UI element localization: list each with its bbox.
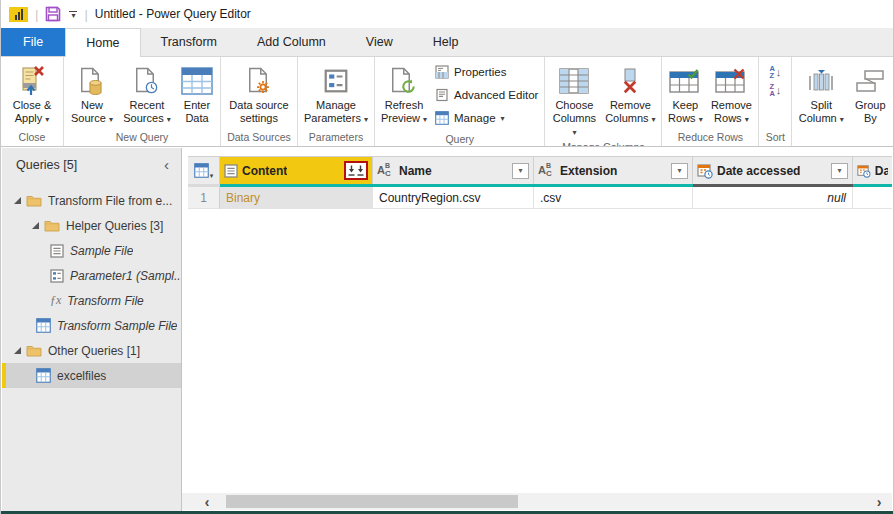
remove-columns-button[interactable]: Remove Columns ▾ [601,59,659,126]
collapse-pane-icon[interactable]: ‹ [164,159,169,171]
tree-item-other-queries[interactable]: Other Queries [1] [2,338,181,363]
close-and-apply-icon [18,63,46,99]
dropdown-caret-icon: ▾ [699,115,703,124]
separator: | [35,7,38,22]
quick-access-toolbar-dropdown-icon[interactable]: ▾ [69,11,77,18]
expand-triangle-icon[interactable] [14,197,21,204]
ribbon-group-parameters: Manage Parameters ▾ Parameters [298,57,375,146]
tree-item-parameter1[interactable]: Parameter1 (Sampl... [2,263,181,288]
ribbon-group-manage-columns: Choose Columns ▾ Remove Columns ▾ Manage… [545,57,662,146]
save-icon[interactable] [45,6,61,22]
split-column-button[interactable]: Split Column ▾ [794,59,848,126]
cell-extension[interactable]: .csv [534,187,693,209]
title-bar: | ▾ | Untitled - Power Query Editor [1,0,893,28]
text-type-icon: ABC [377,164,395,178]
ribbon-group-transform: Split Column ▾ Group By [792,57,893,146]
tree-item-excelfiles[interactable]: excelfiles [2,363,181,388]
text-type-icon: ABC [538,164,556,178]
data-source-settings-icon [246,63,272,99]
filter-dropdown-icon[interactable]: ▾ [671,163,688,179]
properties-button[interactable]: Properties [435,62,538,82]
manage-parameters-button[interactable]: Manage Parameters ▾ [300,59,372,126]
table-icon [36,318,51,333]
sort-az-icon: AZ [769,65,774,79]
filter-dropdown-icon[interactable]: ▾ [831,163,848,179]
list-icon [50,244,64,258]
combine-files-button-red-highlight[interactable] [344,161,368,180]
tree-item-transform-sample-file[interactable]: Transform Sample File [2,313,181,338]
scroll-left-icon[interactable]: ‹ [198,493,216,510]
tree-item-transform-file-from[interactable]: Transform File from e... [2,188,181,213]
tab-file[interactable]: File [1,28,65,56]
advanced-editor-button[interactable]: Advanced Editor [435,85,538,105]
dropdown-caret-icon: ▾ [652,115,656,124]
ribbon-group-data-sources: Data source settings Data Sources [221,57,298,146]
column-header-date-accessed[interactable]: Date accessed ▾ [693,157,853,184]
binary-type-icon [224,164,238,178]
column-header-extension[interactable]: ABC Extension ▾ [534,157,693,184]
separator: | [84,7,87,22]
ribbon: Close & Apply ▾ Close New Source ▾ Recen… [1,57,893,147]
scroll-right-icon[interactable]: › [870,493,888,510]
tab-add-column[interactable]: Add Column [237,28,346,56]
ribbon-group-reduce-rows: Keep Rows ▾ Remove Rows ▾ Reduce Rows [662,57,759,146]
tree-item-sample-file[interactable]: Sample File [2,238,181,263]
choose-columns-button[interactable]: Choose Columns ▾ [547,59,601,139]
row-number: 1 [188,187,220,209]
window-title: Untitled - Power Query Editor [95,7,251,21]
queries-pane: Queries [5] ‹ Transform File from e... H… [2,148,182,511]
cell-name[interactable]: CountryRegion.csv [373,187,534,209]
dropdown-caret-icon: ▾ [572,128,576,137]
group-label-query: Query [377,131,542,147]
remove-rows-icon [715,63,747,99]
group-label-transform [794,141,892,146]
horizontal-scrollbar[interactable]: ‹ › [182,493,892,510]
queries-tree: Transform File from e... Helper Queries … [2,188,181,388]
dropdown-caret-icon: ▾ [745,115,749,124]
cell-content-binary[interactable]: Binary [220,187,373,209]
keep-rows-button[interactable]: Keep Rows ▾ [664,59,706,126]
main-area: Queries [5] ‹ Transform File from e... H… [2,148,892,511]
data-source-settings-button[interactable]: Data source settings [223,59,295,125]
group-by-button[interactable]: Group By [848,59,892,125]
folder-icon [44,219,60,232]
sort-ascending-button[interactable]: AZ ↓ [769,65,781,79]
sort-za-icon: ZA [769,83,774,97]
manage-button[interactable]: Manage ▾ [435,108,538,128]
tab-view[interactable]: View [346,28,413,56]
refresh-preview-button[interactable]: Refresh Preview ▾ [377,59,431,126]
recent-sources-icon [134,63,160,99]
expand-triangle-icon[interactable] [32,222,39,229]
tree-item-helper-queries[interactable]: Helper Queries [3] [2,213,181,238]
cell-date-accessed[interactable]: null [693,187,853,209]
column-header-content[interactable]: Content [220,157,373,184]
cell-date-truncated[interactable] [853,187,892,209]
dropdown-caret-icon: ▾ [840,115,844,124]
column-header-date-truncated[interactable]: Da [853,157,892,184]
close-and-apply-button[interactable]: Close & Apply ▾ [3,59,61,126]
enter-data-button[interactable]: Enter Data [176,59,218,125]
sort-descending-button[interactable]: ZA ↓ [769,83,781,97]
ribbon-group-query: Refresh Preview ▾ Properties Advanced Ed… [375,57,545,146]
group-by-icon [855,63,885,99]
scrollbar-thumb[interactable] [226,495,518,508]
column-header-name[interactable]: ABC Name ▾ [373,157,534,184]
recent-sources-button[interactable]: Recent Sources ▾ [118,59,176,126]
tab-help[interactable]: Help [413,28,479,56]
remove-rows-button[interactable]: Remove Rows ▾ [706,59,756,126]
ribbon-group-sort: AZ ↓ ZA ↓ Sort [759,57,792,146]
new-source-icon [79,63,105,99]
grid-header-row: ▾ Content ABC Name ▾ [188,156,892,184]
data-preview-area: ▾ Content ABC Name ▾ [182,148,892,511]
properties-icon [435,65,449,79]
expand-triangle-icon[interactable] [14,347,21,354]
refresh-preview-icon [390,63,418,99]
new-source-button[interactable]: New Source ▾ [66,59,118,126]
function-icon: ƒx [50,293,61,308]
filter-dropdown-icon[interactable]: ▾ [512,163,529,179]
tab-home[interactable]: Home [65,28,140,57]
tab-transform[interactable]: Transform [141,28,238,56]
tree-item-transform-file[interactable]: ƒx Transform File [2,288,181,313]
table-row: 1 Binary CountryRegion.csv .csv null [188,187,892,209]
table-corner-menu[interactable]: ▾ [188,157,220,184]
